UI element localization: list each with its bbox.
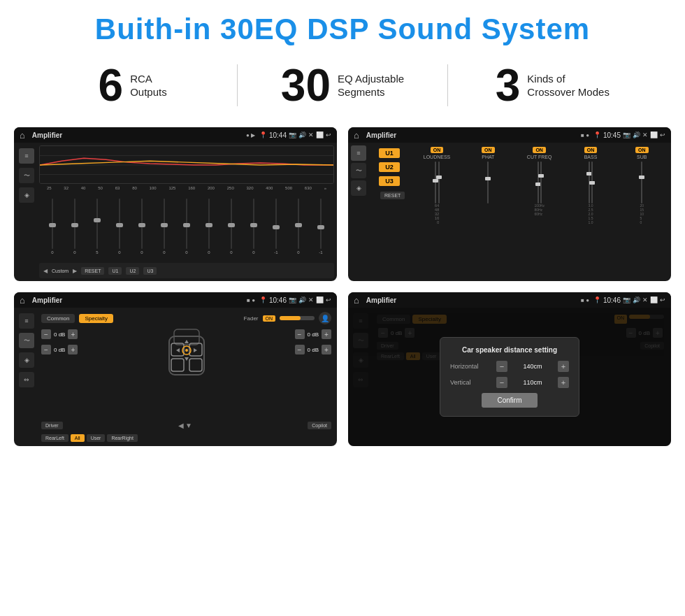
eq-slider-9[interactable]: 0 [243,199,264,255]
amp-on-bass[interactable]: ON [584,147,598,153]
cross-sidebar-speaker[interactable]: ◈ [19,352,34,368]
amp-sidebar-icon-eq[interactable]: ≡ [351,145,366,161]
eq-next-arrow[interactable]: ▶ [73,268,77,274]
eq-slider-3[interactable]: 0 [109,199,130,255]
cross-btn-copilot[interactable]: Copilot [308,422,331,429]
eq-u2-btn[interactable]: U2 [126,267,139,275]
cross-person-btn[interactable]: 👤 [319,312,331,324]
amp-sub-slider[interactable] [641,162,642,203]
back-icon-amp[interactable]: ↩ [660,131,665,138]
eq-slider-6[interactable]: 0 [176,199,197,255]
eq-u3-btn[interactable]: U3 [143,267,157,275]
cross-sidebar-wave[interactable]: 〜 [19,333,34,348]
eq-sidebar-icon-speaker[interactable]: ◈ [19,187,34,203]
cross-fader-on[interactable]: ON [263,315,276,322]
home-icon-eq[interactable]: ⌂ [20,130,25,141]
eq-val-12: -1 [319,250,322,255]
eq-sidebar-icon-eq[interactable]: ≡ [19,148,34,164]
cross-btn-rearleft[interactable]: RearLeft [41,434,68,442]
cross-btn-rearright[interactable]: RearRight [107,434,138,442]
eq-slider-7[interactable]: 0 [199,199,219,255]
close-icon-cross[interactable]: ✕ [308,296,314,303]
eq-slider-11[interactable]: 0 [288,199,309,255]
freq-50: 50 [98,186,103,190]
amp-sidebar-icon-wave[interactable]: 〜 [351,163,366,178]
svg-point-11 [185,349,188,352]
eq-slider-1[interactable]: 0 [64,199,85,255]
eq-reset-btn[interactable]: RESET [81,267,104,275]
window-icon-cross[interactable]: ⬜ [316,296,324,303]
amp-on-sub[interactable]: ON [635,147,649,153]
cross-arrow-left[interactable]: ◀ [178,422,184,429]
eq-prev-arrow[interactable]: ◀ [43,268,48,274]
home-icon-amp[interactable]: ⌂ [354,130,359,141]
freq-32: 32 [64,186,68,190]
amp-on-phat[interactable]: ON [482,147,495,153]
amp-u1-btn[interactable]: U1 [379,148,400,158]
amp-u2-btn[interactable]: U2 [379,162,400,172]
cross-tab-specialty[interactable]: Specialty [79,314,113,323]
amp-cutfreq-slider-g[interactable] [540,162,542,203]
eq-u1-btn[interactable]: U1 [108,267,122,275]
eq-slider-4[interactable]: 0 [131,199,152,255]
cross-btn-driver[interactable]: Driver [41,422,63,429]
eq-sidebar: ≡ 〜 ◈ [17,145,36,278]
confirm-button[interactable]: Confirm [482,393,538,408]
back-icon-eq[interactable]: ↩ [326,131,331,138]
cross-fr-minus[interactable]: − [295,329,305,339]
cross-rr-minus[interactable]: − [295,345,305,354]
eq-slider-0[interactable]: 0 [42,199,63,255]
cross-rl-plus[interactable]: + [68,345,78,354]
home-icon-cross[interactable]: ⌂ [20,295,25,306]
cross-arrow-down[interactable]: ▼ [185,422,192,429]
cross-fl-val: 0 dB [54,331,65,338]
amp-on-cutfreq[interactable]: ON [533,147,546,153]
cross-sidebar-expand[interactable]: ⇔ [19,372,34,387]
eq-graph [39,145,334,184]
amp-bass-slider-g[interactable] [591,162,593,203]
cross-fl-plus[interactable]: + [68,329,78,339]
window-icon-dialog[interactable]: ⬜ [650,296,658,303]
status-bar-dialog: ⌂ Amplifier ■ ● 📍 10:46 📷 🔊 ✕ ⬜ ↩ [348,292,671,308]
cross-tab-common[interactable]: Common [41,314,75,323]
close-icon-eq[interactable]: ✕ [308,131,314,138]
back-icon-cross[interactable]: ↩ [326,296,331,303]
amp-sidebar-icon-speaker[interactable]: ◈ [351,180,366,196]
cross-btn-all[interactable]: All [71,434,85,442]
cross-fl-minus[interactable]: − [41,329,51,339]
dialog-horizontal-minus[interactable]: − [496,361,507,372]
amp-u3-btn[interactable]: U3 [379,176,400,186]
dialog-vertical-minus[interactable]: − [496,377,507,388]
eq-slider-8[interactable]: 0 [221,199,242,255]
dialog-horizontal-plus[interactable]: + [558,361,569,372]
amp-loudness-slider-l[interactable] [435,162,436,203]
cross-rl-row: − 0 dB + [41,345,156,354]
eq-sidebar-icon-wave[interactable]: 〜 [19,168,34,183]
amp-channel-phat: ON PHAT [463,147,513,277]
cross-rl-minus[interactable]: − [41,345,51,354]
window-icon-amp[interactable]: ⬜ [650,131,658,138]
close-icon-dialog[interactable]: ✕ [642,296,648,303]
close-icon-amp[interactable]: ✕ [642,131,648,138]
dialog-vertical-plus[interactable]: + [558,377,569,388]
amp-on-loudness[interactable]: ON [431,147,444,153]
eq-slider-2[interactable]: 5 [87,199,108,255]
eq-slider-5[interactable]: 0 [154,199,175,255]
home-icon-dialog[interactable]: ⌂ [354,295,359,306]
cross-main: Common Specialty Fader ON 👤 − [38,310,334,443]
dialog-vertical-row: Vertical − 110cm + [450,377,569,388]
cross-rr-plus[interactable]: + [322,345,331,354]
eq-slider-12[interactable]: -1 [310,199,331,255]
back-icon-dialog[interactable]: ↩ [660,296,665,303]
window-icon-eq[interactable]: ⬜ [316,131,324,138]
amp-reset-btn[interactable]: RESET [380,192,405,199]
cross-fader-bar[interactable] [280,316,315,320]
amp-phat-slider[interactable] [487,162,489,203]
amp-loudness-slider-r[interactable] [438,162,440,203]
amp-cutfreq-slider-f[interactable] [538,162,539,203]
cross-btn-user[interactable]: User [87,434,106,442]
cross-fr-plus[interactable]: + [322,329,331,339]
eq-slider-10[interactable]: -1 [266,199,287,255]
cross-sidebar-eq[interactable]: ≡ [19,313,34,329]
cross-fr-row: − 0 dB + [295,329,331,339]
